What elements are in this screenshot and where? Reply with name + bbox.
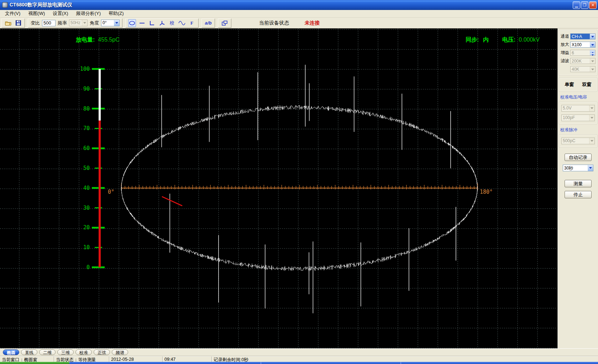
auto-record-button[interactable]: 自动记录 — [565, 154, 592, 161]
channel-select[interactable]: CH-A — [570, 33, 596, 39]
calibration-capacitance-select: 100pF — [561, 114, 595, 121]
toolbar: 变比 频率 50Hz 角度 0° 校 F a/b 当前设备状态 未 — [0, 18, 598, 28]
status-current-window: 当前窗口：椭圆窗 — [0, 357, 54, 362]
svg-text:20: 20 — [83, 224, 90, 231]
ellipse-window-icon[interactable] — [128, 19, 136, 27]
svg-text:70: 70 — [83, 125, 90, 132]
calibration-window-icon[interactable]: 校 — [168, 19, 176, 27]
window-title: CT6800数字局部放电测试仪 — [10, 2, 573, 8]
tab-three-dim[interactable]: 三维 — [57, 349, 74, 355]
amplify-select[interactable]: X100 — [570, 42, 596, 48]
voltage-label: 电压: — [502, 36, 515, 44]
menu-file[interactable]: 文件(V) — [1, 10, 25, 18]
tab-spectrum[interactable]: 频谱 — [112, 349, 128, 355]
gain-stepper: 6 — [570, 50, 596, 56]
restore-button[interactable]: ❐ — [581, 1, 588, 9]
os-taskbar-edge — [0, 362, 598, 364]
svg-text:80: 80 — [83, 106, 90, 112]
amplify-label: 放大 — [561, 42, 570, 48]
menu-bar: 文件(V) 视图(W) 设置(X) 频谱分析(Y) 帮助(Z) — [0, 10, 598, 18]
three-dim-window-icon[interactable] — [158, 19, 166, 27]
svg-text:10: 10 — [83, 244, 90, 251]
window-copy-icon[interactable] — [221, 19, 229, 27]
status-time: 09:47 — [163, 357, 212, 362]
menu-settings[interactable]: 设置(X) — [49, 10, 72, 18]
svg-text:90: 90 — [83, 86, 90, 92]
voltage-value: 0.000kV — [519, 37, 540, 43]
measure-button[interactable]: 测量 — [565, 180, 592, 187]
menu-help[interactable]: 帮助(Z) — [105, 10, 128, 18]
spectrum-window-icon[interactable]: F — [188, 19, 196, 27]
tab-line[interactable]: 直线 — [21, 349, 37, 355]
status-record-remaining: 记录剩余时间:0秒 — [212, 357, 598, 362]
plot-canvas: 10090807060504030201000°180° — [0, 28, 557, 348]
svg-text:180°: 180° — [480, 189, 493, 195]
window-tabs: 椭圆 直线 二维 三维 校准 正弦 频谱 — [0, 348, 598, 356]
save-icon[interactable] — [14, 19, 22, 27]
status-date: 2012-05-28 — [109, 357, 163, 362]
start-button-edge[interactable] — [0, 362, 69, 364]
filter-high-select: 200K — [570, 58, 596, 64]
title-bar: CT6800数字局部放电测试仪 ▁ ❐ ✕ — [0, 0, 598, 10]
calibration-pulse-group-title: 校准脉冲 — [559, 126, 597, 134]
tab-sine[interactable]: 正弦 — [94, 349, 110, 355]
device-status: 当前设备状态 未连接 — [259, 20, 320, 26]
discharge-quantity-value: 455.5pC — [98, 37, 120, 43]
device-status-label: 当前设备状态 — [259, 20, 289, 26]
frequency-select: 50Hz — [69, 20, 88, 26]
close-button[interactable]: ✕ — [589, 1, 597, 9]
two-dim-window-icon[interactable] — [148, 19, 156, 27]
svg-text:0°: 0° — [108, 189, 114, 195]
ratio-input[interactable] — [42, 20, 56, 26]
minimize-button[interactable]: ▁ — [573, 1, 580, 9]
calibration-voltage-select: 5.0V — [561, 105, 595, 112]
angle-select[interactable]: 0° — [101, 20, 120, 26]
svg-text:100: 100 — [80, 66, 90, 72]
svg-text:40: 40 — [83, 185, 90, 191]
record-interval-select[interactable]: 30秒 — [563, 165, 593, 171]
sync-value: 内 — [483, 36, 489, 44]
svg-text:0: 0 — [86, 264, 90, 271]
filter-low-select: 40K — [570, 66, 596, 72]
open-file-icon[interactable] — [4, 19, 12, 27]
tab-two-dim[interactable]: 二维 — [39, 349, 56, 355]
sine-window-icon[interactable] — [178, 19, 186, 27]
single-window-toggle[interactable]: 单窗 — [565, 81, 574, 88]
taskbar-strip — [69, 362, 598, 364]
ratio-label: 变比 — [31, 20, 40, 26]
app-icon — [2, 2, 8, 8]
tab-calibration[interactable]: 校准 — [75, 349, 92, 355]
svg-text:60: 60 — [83, 145, 90, 151]
double-window-toggle[interactable]: 双窗 — [582, 81, 592, 88]
stop-button[interactable]: 停止 — [565, 191, 592, 198]
status-bar: 当前窗口：椭圆窗 当前状态：等待测量 2012-05-28 09:47 记录剩余… — [0, 356, 598, 362]
channel-label: 通道 — [561, 33, 570, 39]
line-window-icon[interactable] — [138, 19, 146, 27]
svg-text:30: 30 — [83, 205, 90, 211]
device-status-value: 未连接 — [305, 20, 320, 26]
calibration-voltage-group-title: 校准电压/电容 — [559, 93, 597, 102]
gain-label: 增益 — [561, 50, 570, 56]
svg-text:50: 50 — [83, 165, 90, 171]
calibration-pulse-select: 500pC — [561, 138, 595, 144]
control-panel: 通道 CH-A 放大 X100 增益 6 滤波 200K 40K 单窗 双窗 — [557, 28, 598, 348]
sync-label: 同步: — [466, 36, 479, 44]
menu-spectrum-analysis[interactable]: 频谱分析(Y) — [73, 10, 105, 18]
frequency-label: 频率 — [58, 20, 67, 26]
tab-ellipse[interactable]: 椭圆 — [3, 349, 19, 355]
labels-toggle-icon[interactable]: a/b — [204, 19, 212, 27]
menu-view[interactable]: 视图(W) — [25, 10, 49, 18]
status-current-state: 当前状态：等待测量 — [54, 357, 109, 362]
discharge-quantity-label: 放电量: — [76, 36, 95, 44]
filter-label: 滤波 — [561, 58, 570, 64]
angle-label: 角度 — [90, 20, 99, 26]
oscilloscope-display: 10090807060504030201000°180° 放电量: 455.5p… — [0, 28, 557, 348]
